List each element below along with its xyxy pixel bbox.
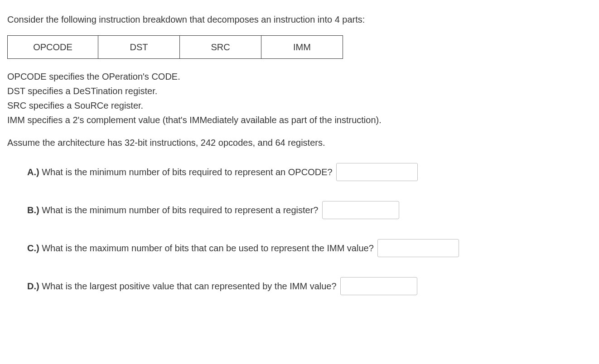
definition-dst: DST specifies a DeSTination register. [7, 84, 592, 98]
questions-block: A.) What is the minimum number of bits r… [7, 163, 592, 295]
question-c-label: C.) [27, 243, 39, 253]
question-d-prompt: What is the largest positive value that … [39, 281, 337, 291]
table-cell-opcode: OPCODE [8, 36, 98, 59]
assumption-text: Assume the architecture has 32-bit instr… [7, 136, 592, 149]
question-d-text: D.) What is the largest positive value t… [27, 279, 337, 293]
definition-imm: IMM specifies a 2's complement value (th… [7, 113, 592, 127]
definitions-block: OPCODE specifies the OPeration's CODE. D… [7, 70, 592, 127]
answer-input-c[interactable] [377, 239, 459, 257]
question-a-text: A.) What is the minimum number of bits r… [27, 165, 333, 179]
question-a-label: A.) [27, 167, 39, 177]
answer-input-a[interactable] [336, 163, 418, 181]
question-c-text: C.) What is the maximum number of bits t… [27, 241, 374, 255]
question-b-text: B.) What is the minimum number of bits r… [27, 203, 319, 217]
definition-opcode: OPCODE specifies the OPeration's CODE. [7, 70, 592, 83]
intro-text: Consider the following instruction break… [7, 13, 592, 26]
question-a: A.) What is the minimum number of bits r… [27, 163, 592, 181]
table-cell-imm: IMM [261, 36, 343, 59]
question-c-prompt: What is the maximum number of bits that … [39, 243, 374, 253]
definition-src: SRC specifies a SouRCe register. [7, 99, 592, 112]
question-c: C.) What is the maximum number of bits t… [27, 239, 592, 257]
question-b: B.) What is the minimum number of bits r… [27, 201, 592, 219]
question-d: D.) What is the largest positive value t… [27, 277, 592, 295]
question-d-label: D.) [27, 281, 39, 291]
question-b-prompt: What is the minimum number of bits requi… [39, 205, 319, 215]
table-cell-src: SRC [180, 36, 261, 59]
answer-input-d[interactable] [340, 277, 417, 295]
table-cell-dst: DST [98, 36, 180, 59]
question-b-label: B.) [27, 205, 39, 215]
question-a-prompt: What is the minimum number of bits requi… [39, 167, 333, 177]
answer-input-b[interactable] [322, 201, 399, 219]
instruction-breakdown-table: OPCODE DST SRC IMM [7, 35, 343, 59]
